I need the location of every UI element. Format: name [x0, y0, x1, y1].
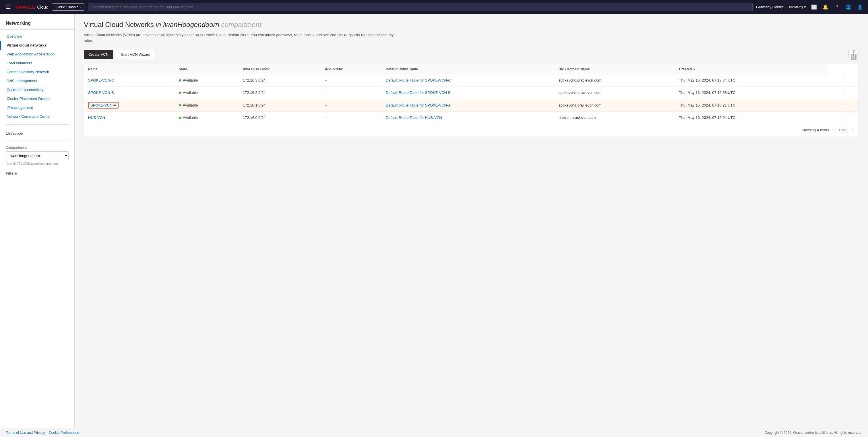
bell-icon[interactable]: 🔔 — [822, 3, 829, 10]
compartment-path: (root)/NETWORK/IwanHoogendo orn — [0, 161, 74, 168]
search-input[interactable] — [88, 3, 753, 11]
route-table-link[interactable]: Default Route Table for HUB-VCN — [386, 116, 442, 120]
vcn-table-container: NameStateIPv4 CIDR BlockIPv6 PrefixDefau… — [84, 64, 859, 136]
top-navigation: ☰ ORACLE Cloud Cloud Classic › Germany C… — [0, 0, 868, 14]
vcn-name-link[interactable]: HUB-VCN — [88, 116, 105, 120]
vcn-name-link[interactable]: SPOKE-VCN-B — [88, 90, 114, 95]
column-header-name: Name — [84, 64, 175, 74]
start-vcn-wizard-button[interactable]: Start VCN Wizard — [116, 50, 155, 59]
table-row: SPOKE-VCN-BAvailable172.16.2.0/24-Defaul… — [84, 87, 859, 99]
state-cell: Available — [179, 78, 235, 83]
grid-icon — [851, 54, 857, 60]
ipv6-cell: - — [321, 112, 382, 124]
sidebar-item-dns-management[interactable]: DNS management — [0, 76, 74, 85]
route-table-link[interactable]: Default Route Table for SPOKE-VCN-A — [386, 103, 451, 107]
column-header-ipv4-cidr-block: IPv4 CIDR Block — [239, 64, 321, 74]
status-dot-icon — [179, 104, 181, 106]
region-label: Germany Central (Frankfurt) — [756, 5, 803, 9]
dns-cell: spokevcnb.oraclevcn.com — [555, 87, 675, 99]
table-footer: Showing 4 items ‹ 1 of 1 › — [84, 124, 859, 136]
list-scope-title: List scope — [0, 128, 74, 137]
ipv4-cell: 172.16.3.0/24 — [239, 74, 321, 87]
row-action-menu[interactable]: ⋮ — [827, 99, 859, 112]
pagination-next-button[interactable]: › — [851, 127, 855, 133]
page-title: Virtual Cloud Networks in IwanHoogendoor… — [84, 21, 859, 29]
table-row: SPOKE-VCN-AAvailable172.16.1.0/24-Defaul… — [84, 99, 859, 112]
sidebar-item-customer-connectivity[interactable]: Customer connectivity — [0, 85, 74, 94]
dns-cell: spokevcnc.oraclevcn.com — [555, 74, 675, 87]
compartment-select[interactable]: IwanHoogendoorn — [6, 151, 69, 160]
footer-copyright: Copyright © 2024, Oracle and/or its affi… — [764, 431, 862, 435]
sidebar: Networking OverviewVirtual cloud network… — [0, 14, 74, 437]
sidebar-item-load-balancers[interactable]: Load balancers — [0, 59, 74, 67]
globe-icon[interactable]: 🌐 — [845, 3, 852, 10]
create-vcn-button[interactable]: Create VCN — [84, 50, 113, 59]
footer: Terms of Use and Privacy Cookie Preferen… — [0, 428, 868, 437]
ipv6-cell: - — [321, 87, 382, 99]
oracle-wordmark: ORACLE — [16, 5, 35, 9]
row-action-menu[interactable]: ⋮ — [827, 74, 859, 87]
cloud-wordmark: Cloud — [37, 5, 48, 9]
state-cell: Available — [179, 90, 235, 95]
hamburger-menu-icon[interactable]: ☰ — [5, 2, 12, 11]
oracle-logo: ORACLE Cloud — [16, 5, 49, 9]
column-header-ipv6-prefix: IPv6 Prefix — [321, 64, 382, 74]
ipv4-cell: 172.16.0.0/24 — [239, 112, 321, 124]
pagination-label: 1 of 1 — [838, 128, 848, 132]
sidebar-item-network-command-center[interactable]: Network Command Center — [0, 112, 74, 121]
table-row: SPOKE-VCN-CAvailable172.16.3.0/24-Defaul… — [84, 74, 859, 87]
sidebar-item-cluster-placement-groups[interactable]: Cluster Placement Groups — [0, 94, 74, 103]
ipv6-cell: - — [321, 74, 382, 87]
route-table-link[interactable]: Default Route Table for SPOKE-VCN-B — [386, 90, 451, 95]
region-chevron-icon: ▾ — [804, 5, 806, 9]
status-dot-icon — [179, 117, 181, 119]
created-cell: Thu, May 16, 2024, 07:16:21 UTC — [675, 99, 828, 112]
help-icon[interactable]: ? — [834, 3, 840, 10]
terms-link[interactable]: Terms of Use and Privacy — [6, 431, 45, 435]
row-action-menu[interactable]: ⋮ — [827, 112, 859, 124]
page-title-in: in — [156, 21, 161, 28]
created-cell: Thu, May 16, 2024, 07:16:58 UTC — [675, 87, 828, 99]
sidebar-divider — [6, 124, 69, 125]
status-dot-icon — [179, 92, 181, 94]
sidebar-item-virtual-cloud-networks[interactable]: Virtual cloud networks — [0, 41, 74, 50]
state-cell: Available — [179, 116, 235, 120]
vcn-name-link[interactable]: SPOKE-VCN-A — [88, 102, 119, 108]
cookie-preferences-link[interactable]: Cookie Preferences — [49, 431, 79, 435]
sidebar-item-web-app-acceleration[interactable]: Web Application Acceleration — [0, 50, 74, 59]
main-content: Virtual Cloud Networks in IwanHoogendoor… — [74, 14, 868, 437]
footer-left: Terms of Use and Privacy Cookie Preferen… — [6, 431, 79, 435]
route-table-link[interactable]: Default Route Table for SPOKE-VCN-C — [386, 78, 451, 83]
sidebar-title: Networking — [0, 21, 74, 30]
ipv4-cell: 172.16.2.0/24 — [239, 87, 321, 99]
context-help-button[interactable]: ? — [848, 49, 859, 59]
pagination-prev-button[interactable]: ‹ — [832, 127, 836, 133]
monitor-icon[interactable]: ⬜ — [811, 3, 817, 10]
sidebar-item-cdn[interactable]: Content Delivery Network — [0, 67, 74, 76]
filters-label: Filters — [0, 168, 74, 177]
sidebar-item-ip-management[interactable]: IP management — [0, 103, 74, 112]
sidebar-item-overview[interactable]: Overview — [0, 32, 74, 41]
page-title-prefix: Virtual Cloud Networks — [84, 21, 154, 28]
column-header-created[interactable]: Created ▼ — [675, 64, 828, 74]
vcn-name-link[interactable]: SPOKE-VCN-C — [88, 78, 114, 83]
column-header-state: State — [175, 64, 239, 74]
ipv6-cell: - — [321, 99, 382, 112]
state-cell: Available — [179, 103, 235, 107]
vcn-table: NameStateIPv4 CIDR BlockIPv6 PrefixDefau… — [84, 64, 859, 124]
region-selector[interactable]: Germany Central (Frankfurt) ▾ — [756, 5, 806, 9]
user-avatar-icon[interactable]: 👤 — [857, 3, 863, 10]
table-row: HUB-VCNAvailable172.16.0.0/24-Default Ro… — [84, 112, 859, 124]
cloud-classic-button[interactable]: Cloud Classic › — [52, 3, 84, 11]
ipv4-cell: 172.16.1.0/24 — [239, 99, 321, 112]
created-cell: Thu, May 16, 2024, 07:15:04 UTC — [675, 112, 828, 124]
compartment-label: Compartment — [0, 144, 74, 150]
compartment-word: compartment — [221, 21, 261, 28]
help-question-icon: ? — [852, 49, 855, 54]
created-cell: Thu, May 16, 2024, 07:17:34 UTC — [675, 74, 828, 87]
row-action-menu[interactable]: ⋮ — [827, 87, 859, 99]
page-description: Virtual Cloud Networks (VCNs) are privat… — [84, 32, 400, 43]
topnav-right: Germany Central (Frankfurt) ▾ ⬜ 🔔 ? 🌐 👤 — [756, 3, 863, 10]
dns-cell: spokevcna.oraclevcn.com — [555, 99, 675, 112]
toolbar: Create VCN Start VCN Wizard ? — [84, 49, 859, 59]
